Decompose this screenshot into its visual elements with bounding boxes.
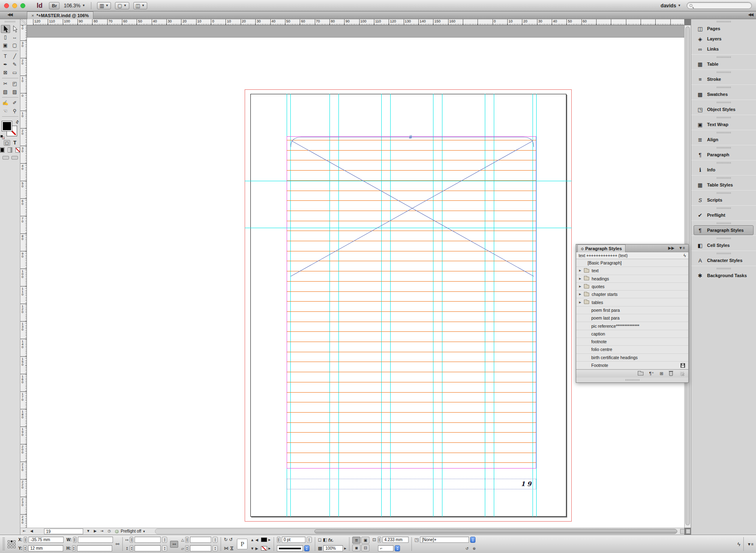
page-number-field[interactable] (44, 529, 83, 534)
content-collector-tool[interactable]: ▣ (1, 41, 10, 49)
stroke-color-swatch[interactable] (261, 546, 267, 551)
dock-group-grip[interactable] (717, 192, 731, 194)
dock-collapse-button[interactable]: ◀◀ (748, 12, 753, 17)
wrap-none-button[interactable]: ≣ (352, 537, 360, 544)
type-tool[interactable]: T (1, 52, 10, 60)
search-input[interactable] (687, 2, 752, 9)
delete-style-icon[interactable] (669, 371, 673, 376)
panel-resize-grip[interactable] (680, 372, 684, 376)
corner-options-field[interactable]: ⌐ (378, 545, 393, 551)
flip-vertical-icon[interactable]: ⋈ (229, 546, 234, 551)
dock-panel-background-tasks[interactable]: ✱Background Tasks (694, 271, 754, 280)
select-content-icon[interactable]: ▼ (250, 546, 254, 551)
select-container-icon[interactable]: ▲ (250, 538, 254, 542)
dock-panel-preflight[interactable]: ✔Preflight (694, 210, 754, 220)
wrap-object-shape-button[interactable]: ◙ (352, 544, 360, 551)
panel-drag-bar[interactable] (576, 378, 688, 382)
dock-group-grip[interactable] (717, 132, 731, 133)
horizontal-scrollbar-thumb[interactable] (314, 529, 677, 533)
control-panel-menu-icon[interactable]: ▼≡ (747, 542, 754, 546)
view-options-button[interactable]: ▥ ▼ (97, 2, 111, 9)
folio-text-frame[interactable]: 19 (287, 479, 536, 489)
shear-dropdown[interactable]: ▲▼ (212, 545, 218, 551)
style-row[interactable]: ▶text (576, 267, 688, 275)
w-stepper[interactable]: ▲▼ (73, 537, 77, 543)
normal-view-mode-button[interactable] (2, 156, 9, 160)
reference-point-proxy[interactable] (8, 540, 15, 548)
swap-fill-stroke-icon[interactable]: ⇄ (14, 119, 20, 125)
constrain-proportions-icon[interactable]: ⚯ (116, 542, 119, 547)
shear-angle-field[interactable] (190, 545, 211, 551)
apply-none-button[interactable] (15, 147, 20, 153)
y-stepper[interactable]: ▲▼ (23, 545, 27, 551)
style-row[interactable]: pic reference************** (576, 322, 688, 330)
select-next-object-icon[interactable]: ▶ (255, 546, 258, 551)
style-row[interactable]: ▶tables (576, 298, 688, 306)
style-row[interactable]: ▶headings (576, 275, 688, 283)
style-row[interactable]: birth certificate headings (576, 354, 688, 362)
constrain-scale-link-button[interactable]: ⚯ (170, 541, 178, 548)
screen-mode-button[interactable]: ▢ ▼ (115, 2, 129, 9)
style-row[interactable]: caption (576, 330, 688, 338)
preflight-menu-icon[interactable]: ◷ (108, 529, 111, 533)
gradient-feather-tool[interactable]: ▨ (10, 88, 20, 96)
split-view-button-b[interactable] (686, 529, 690, 534)
last-page-button[interactable]: ⇥ (100, 529, 104, 533)
style-row[interactable]: ▶chapter starts (576, 291, 688, 298)
opacity-flyout-icon[interactable]: ▶ (344, 547, 346, 550)
select-previous-object-icon[interactable]: ◀ (255, 538, 258, 542)
dock-group-grip[interactable] (717, 268, 731, 269)
dock-panel-pages[interactable]: ◫Pages (694, 24, 754, 33)
shear-stepper[interactable]: ▲▼ (185, 545, 189, 551)
selection-tool[interactable] (1, 25, 10, 33)
empty-frame-x[interactable] (290, 136, 534, 277)
rotation-angle-field[interactable] (190, 537, 211, 543)
wrap-bounding-box-button[interactable]: ▣ (361, 537, 369, 544)
dock-grip[interactable] (717, 21, 731, 22)
pen-tool[interactable]: ✒ (1, 60, 10, 69)
dock-group-grip[interactable] (717, 56, 731, 58)
stroke-weight-dropdown[interactable]: ▲▼ (307, 537, 312, 543)
disclosure-triangle-icon[interactable]: ▶ (579, 285, 581, 288)
scale-x-dropdown[interactable]: ▲▼ (162, 537, 167, 543)
new-style-group-icon[interactable] (638, 372, 643, 375)
new-style-icon[interactable]: ⊞ (660, 371, 663, 376)
scale-y-stepper[interactable]: ▲▼ (130, 545, 133, 551)
rotate-ccw-icon[interactable]: ↺ (229, 537, 233, 542)
workspace-switcher[interactable]: davids ▼ (661, 3, 681, 9)
frame-tool[interactable]: ⊠ (1, 69, 10, 77)
tools-panel-grip[interactable] (5, 21, 15, 22)
scale-x-field[interactable] (135, 537, 161, 543)
paragraph-styles-header[interactable]: ◇ Paragraph Styles ▶▶ ▼≡ (576, 244, 688, 252)
ruler-origin-corner[interactable] (20, 19, 27, 25)
stroke-type-chevron[interactable]: ▲▼ (304, 545, 309, 551)
dock-panel-object-styles[interactable]: ◳Object Styles (694, 104, 754, 114)
panel-collapse-icon[interactable]: ▶▶ (668, 246, 674, 250)
effects-menu-icon[interactable]: fx. (328, 537, 334, 542)
dock-group-grip[interactable] (717, 238, 731, 239)
tab-close-icon[interactable]: × (31, 13, 34, 18)
line-tool[interactable]: ╱ (10, 52, 20, 60)
formatting-affects-text-button[interactable]: T (13, 140, 16, 146)
dock-group-grip[interactable] (717, 177, 731, 179)
scale-y-field[interactable] (135, 545, 161, 551)
scale-y-dropdown[interactable]: ▲▼ (162, 545, 167, 551)
fill-swatch[interactable] (2, 121, 12, 131)
scissors-tool[interactable]: ✂ (1, 80, 10, 88)
preflight-status-label[interactable]: Preflight off ▼ (121, 529, 146, 533)
dock-panel-paragraph[interactable]: ¶Paragraph (694, 150, 754, 160)
stroke-type-dropdown[interactable] (277, 545, 303, 551)
page-menu-chevron-icon[interactable]: ▼ (86, 529, 90, 533)
first-page-button[interactable]: ⇤ (23, 529, 26, 533)
gradient-tool[interactable]: ▧ (1, 88, 10, 96)
style-row[interactable]: ▶quotes (576, 283, 688, 291)
clear-overrides-icon[interactable]: ↺ (465, 546, 469, 551)
dock-group-grip[interactable] (717, 207, 731, 209)
y-position-field[interactable]: 12 mm (28, 545, 63, 551)
object-style-chevron[interactable]: ▲▼ (470, 537, 475, 543)
h-stepper[interactable]: ▲▼ (72, 545, 76, 551)
vertical-ruler[interactable]: 4 03 02 01 001 02 03 04 05 06 07 08 09 0… (20, 25, 27, 528)
fill-flyout-icon[interactable]: ▶ (268, 538, 270, 542)
x-stepper[interactable]: ▲▼ (24, 537, 27, 543)
style-row[interactable]: folio centre (576, 346, 688, 353)
